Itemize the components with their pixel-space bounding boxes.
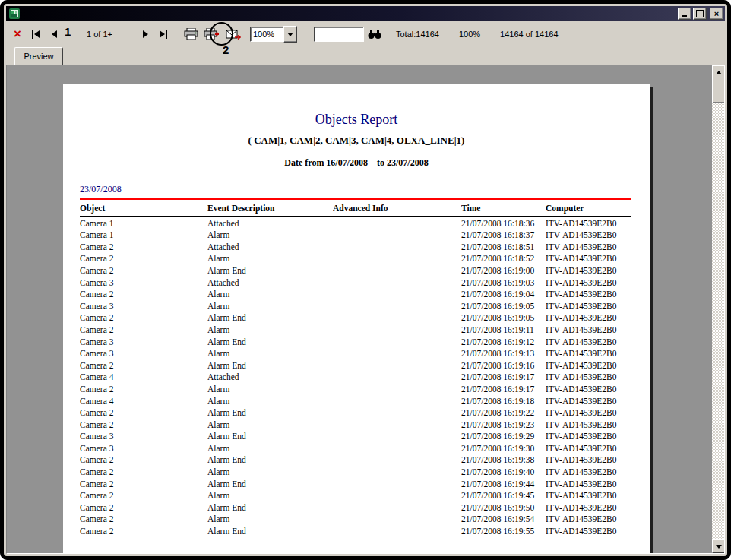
table-cell-event: Attached [207,277,333,289]
zoom-value[interactable]: 100% [250,27,283,42]
table-cell-object: Camera 3 [80,337,207,349]
table-row: Camera 2Alarm End21/07/2008 16:19:38ITV-… [80,454,631,467]
table-cell-object: Camera 2 [80,407,207,419]
table-cell-event: Alarm [207,301,333,313]
table-cell-object: Camera 2 [80,490,207,502]
table-cell-info [333,360,461,372]
table-cell-computer: ITV-AD14539E2B0 [546,277,631,289]
table-row: Camera 3Alarm21/07/2008 16:19:30ITV-AD14… [80,443,631,455]
table-cell-computer: ITV-AD14539E2B0 [546,337,631,349]
table-cell-time: 21/07/2008 16:19:44 [461,479,546,491]
table-cell-event: Alarm End [207,502,333,514]
table-cell-event: Alarm [207,490,333,502]
zoom-dropdown-button[interactable] [283,26,297,43]
record-count-label: 14164 of 14164 [500,30,558,39]
tab-row: Preview [4,47,727,65]
table-cell-time: 21/07/2008 16:19:50 [461,502,546,514]
table-cell-object: Camera 2 [80,526,207,538]
table-cell-computer: ITV-AD14539E2B0 [546,289,631,301]
table-cell-info [333,301,461,313]
table-row: Camera 2Alarm21/07/2008 16:19:11ITV-AD14… [80,324,631,337]
table-cell-computer: ITV-AD14539E2B0 [546,502,631,514]
column-header-advanced: Advanced Info [333,203,461,215]
close-button[interactable]: × [710,8,723,20]
table-cell-computer: ITV-AD14539E2B0 [546,229,631,242]
minimize-button[interactable] [678,8,691,20]
table-cell-computer: ITV-AD14539E2B0 [546,443,631,455]
next-page-button[interactable] [136,27,154,42]
table-cell-info [333,419,461,432]
previous-page-button[interactable] [45,27,63,42]
tab-preview[interactable]: Preview [14,47,63,65]
table-row: Camera 1Attached21/07/2008 16:18:36ITV-A… [80,218,631,230]
close-preview-button[interactable]: × [8,27,27,42]
table-cell-time: 21/07/2008 16:18:51 [461,242,546,254]
table-cell-object: Camera 1 [80,218,207,230]
table-cell-event: Alarm End [207,360,333,372]
table-cell-object: Camera 3 [80,443,207,455]
table-cell-event: Alarm [207,443,333,455]
search-input[interactable] [314,27,364,42]
printer-setup-icon [204,28,220,40]
table-cell-info [333,431,461,443]
table-cell-computer: ITV-AD14539E2B0 [546,324,631,337]
zoom-combobox[interactable]: 100% [250,26,297,43]
table-cell-computer: ITV-AD14539E2B0 [546,407,631,419]
binoculars-icon [368,30,381,40]
table-cell-info [333,312,461,324]
table-cell-time: 21/07/2008 16:19:17 [461,384,546,396]
table-cell-event: Alarm [207,419,333,432]
app-icon [9,8,20,19]
maximize-button[interactable] [693,8,707,20]
table-row: Camera 2Alarm21/07/2008 16:19:54ITV-AD14… [80,514,631,526]
table-cell-computer: ITV-AD14539E2B0 [546,431,631,443]
table-cell-info [333,253,461,265]
report-preview-window: × × 1 of 1+ [4,4,727,556]
table-cell-info [333,502,461,514]
table-row: Camera 2Alarm End21/07/2008 16:19:55ITV-… [80,526,631,538]
chevron-down-icon [716,545,722,549]
vertical-scrollbar[interactable] [712,65,724,553]
table-cell-time: 21/07/2008 16:19:23 [461,419,546,432]
table-cell-computer: ITV-AD14539E2B0 [546,490,631,502]
first-page-button[interactable] [27,27,45,42]
table-cell-object: Camera 2 [80,514,207,526]
table-cell-time: 21/07/2008 16:19:45 [461,490,546,502]
column-header-object: Object [80,203,207,215]
table-cell-object: Camera 2 [80,289,207,301]
red-divider-line [80,198,631,200]
table-cell-event: Alarm End [207,337,333,349]
table-cell-event: Attached [207,242,333,254]
table-cell-info [333,372,461,384]
table-cell-object: Camera 2 [80,360,207,372]
column-header-time: Time [461,203,546,215]
table-cell-event: Alarm End [207,312,333,324]
table-cell-object: Camera 3 [80,301,207,313]
find-button[interactable] [364,27,385,42]
table-cell-event: Alarm [207,289,333,301]
scroll-down-button[interactable] [712,539,725,553]
table-row: Camera 2Alarm End21/07/2008 16:19:22ITV-… [80,407,631,419]
table-cell-time: 21/07/2008 16:19:40 [461,467,546,479]
table-cell-object: Camera 2 [80,265,207,277]
table-cell-computer: ITV-AD14539E2B0 [546,454,631,467]
table-cell-info [333,514,461,526]
table-cell-info [333,396,461,408]
last-page-button[interactable] [154,27,172,42]
previous-page-icon [52,30,57,38]
table-cell-time: 21/07/2008 16:19:04 [461,289,546,301]
scrollbar-thumb[interactable] [712,78,725,103]
table-row: Camera 2Alarm End21/07/2008 16:19:44ITV-… [80,479,631,491]
annotation-step-2: 2 [223,43,229,56]
printer-setup-button[interactable] [201,27,223,42]
toolbar: × 1 of 1+ [4,21,727,47]
table-cell-computer: ITV-AD14539E2B0 [546,479,631,491]
table-cell-object: Camera 2 [80,242,207,254]
table-cell-object: Camera 1 [80,229,207,242]
export-button[interactable] [223,27,244,42]
table-cell-event: Alarm End [207,265,333,277]
table-row: Camera 2Attached21/07/2008 16:18:51ITV-A… [80,242,631,254]
last-page-icon [166,30,167,39]
table-cell-computer: ITV-AD14539E2B0 [546,514,631,526]
print-button[interactable] [180,27,201,42]
